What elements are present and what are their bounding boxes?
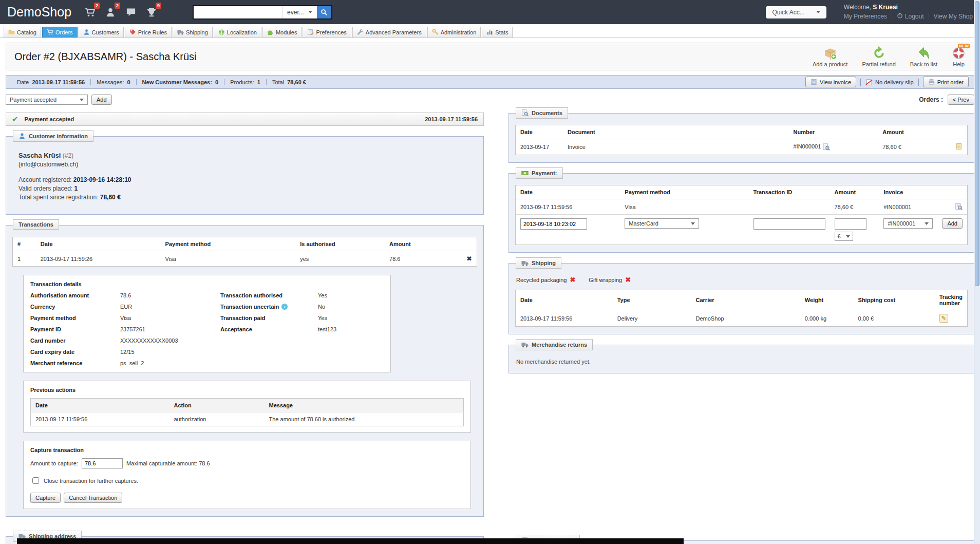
scrollbar-thumb[interactable] <box>975 1 979 286</box>
print-order-button[interactable]: Print order <box>923 77 969 87</box>
edit-document-icon[interactable] <box>955 143 963 150</box>
wrench-icon <box>357 29 364 35</box>
view-document-icon[interactable] <box>822 143 830 151</box>
tab-shipping[interactable]: Shipping <box>173 27 213 37</box>
previous-actions-box: Previous actions Date Action Message <box>23 381 471 433</box>
tab-advanced-parameters[interactable]: Advanced Parameters <box>352 27 426 37</box>
shop-logo[interactable]: DemoShop <box>7 5 71 20</box>
payment-method-select[interactable]: MasterCard <box>625 218 699 229</box>
tab-localization[interactable]: Localization <box>214 27 261 37</box>
divider <box>892 13 892 20</box>
customers-icon[interactable]: 2 <box>105 7 116 17</box>
help-button[interactable]: NEW Help <box>952 46 966 67</box>
view-invoice-button[interactable]: View invoice <box>805 77 856 87</box>
trophy-badge: 9 <box>156 3 161 9</box>
payment-row: 2013-09-17 11:59:56 Visa 78,60 € #IN0000… <box>516 199 967 215</box>
capture-amount-line: Amount to capture: Maximal capturable am… <box>30 458 464 468</box>
divider <box>929 13 929 20</box>
customer-email[interactable]: (info@customweb.ch) <box>18 160 471 169</box>
capture-transaction-title: Capture transaction <box>30 447 464 453</box>
capture-buttons: Capture Cancel Transaction <box>30 493 464 503</box>
orders-pagination: Orders : < Prev <box>508 93 974 106</box>
transaction-id-input[interactable] <box>753 218 825 230</box>
payment-panel: Payment: Date Payment method Transaction… <box>508 173 974 253</box>
add-product-button[interactable]: Add a product <box>813 46 848 67</box>
close-icon[interactable]: ✖ <box>466 255 472 262</box>
tab-preferences[interactable]: Preferences <box>303 27 351 37</box>
customer-name[interactable]: Sascha Krüsi <box>18 152 61 159</box>
quick-access-select[interactable]: Quick Acc... <box>766 6 826 18</box>
documents-legend: Documents <box>516 107 568 119</box>
close-transaction-checkbox[interactable] <box>32 477 39 484</box>
tx-amount: 78.6 <box>385 251 446 267</box>
prev-order-button[interactable]: < Prev <box>948 95 974 105</box>
folder-icon <box>8 29 15 35</box>
previous-actions-table: Date Action Message 2013-09-17 11:59:56 … <box>30 398 464 426</box>
cross-icon: ✖ <box>625 276 631 284</box>
tab-catalog[interactable]: Catalog <box>4 27 41 37</box>
logout-link[interactable]: Logout <box>897 12 924 21</box>
view-payment-icon[interactable] <box>955 203 963 211</box>
payment-date-input[interactable] <box>520 218 587 230</box>
tx-authorised: yes <box>295 251 385 267</box>
edit-tracking-icon[interactable]: ✎ <box>939 314 948 323</box>
order-new-messages: New Customer Messages: 0 <box>136 79 224 85</box>
tab-modules[interactable]: Modules <box>262 27 302 37</box>
page-scrollbar[interactable] <box>974 0 980 544</box>
search-input[interactable] <box>194 6 282 18</box>
tab-stats[interactable]: Stats <box>482 27 513 37</box>
add-payment-button[interactable]: Add <box>942 218 963 229</box>
search-icon <box>321 9 328 16</box>
view-my-shop-link[interactable]: View My Shop <box>934 13 973 21</box>
background-window-strip <box>17 538 684 544</box>
shipping-row: 2013-09-17 11:59:56 Delivery DemoShop 0.… <box>516 310 967 327</box>
cart-icon[interactable]: 2 <box>85 7 95 17</box>
back-to-list-button[interactable]: Back to list <box>910 46 937 67</box>
lifering-icon <box>952 46 966 60</box>
tab-price-rules[interactable]: Price Rules <box>125 27 172 37</box>
capture-transaction-box: Capture transaction Amount to capture: M… <box>23 441 471 509</box>
search-button[interactable] <box>317 6 331 18</box>
tab-administration[interactable]: Administration <box>427 27 481 37</box>
order-products-count: Products: 1 <box>224 79 266 85</box>
payment-legend: Payment: <box>516 167 563 179</box>
payment-amount-input[interactable] <box>835 218 866 230</box>
previous-actions-title: Previous actions <box>30 387 464 393</box>
payment-table-box: Date Payment method Transaction ID Amoun… <box>515 185 968 245</box>
tab-customers[interactable]: Customers <box>79 27 124 37</box>
currency-select[interactable]: € <box>835 232 853 241</box>
tag-icon <box>129 29 136 35</box>
welcome-text: Welcome, S Kruesi <box>844 4 973 11</box>
cancel-transaction-button[interactable]: Cancel Transaction <box>64 493 122 503</box>
invoice-icon <box>811 79 817 85</box>
messages-icon[interactable] <box>126 7 136 17</box>
capture-amount-input[interactable] <box>82 458 123 468</box>
payment-invoice-select[interactable]: #IN000001 <box>883 218 933 229</box>
chevron-down-icon <box>691 222 695 225</box>
trophy-icon[interactable]: 9 <box>146 7 157 17</box>
left-column: Payment accepted Add ✔ Payment accepted … <box>6 93 484 544</box>
tab-orders[interactable]: Orders <box>42 27 78 37</box>
search-scope-select[interactable]: ever... <box>282 6 317 18</box>
quick-access-label: Quick Acc... <box>772 9 804 16</box>
cart-badge: 2 <box>94 3 100 9</box>
capture-button[interactable]: Capture <box>30 493 61 503</box>
info-icon[interactable]: i <box>281 304 288 310</box>
my-preferences-link[interactable]: My Preferences <box>844 13 887 21</box>
customer-information-legend: Customer information <box>13 130 93 142</box>
no-slip-icon <box>865 79 873 86</box>
document-row: 2013-09-17 Invoice #IN000001 78,60 € <box>516 139 967 155</box>
search-bar: ever... <box>193 5 332 20</box>
truck-icon <box>177 29 184 35</box>
money-icon <box>521 170 529 177</box>
partial-refund-button[interactable]: Partial refund <box>862 46 895 67</box>
order-status-select[interactable]: Payment accepted <box>6 95 88 105</box>
tx-method: Visa <box>161 251 296 267</box>
chevron-down-icon <box>846 235 850 238</box>
cross-icon: ✖ <box>570 276 575 284</box>
customers-badge: 2 <box>115 3 120 9</box>
documents-table-box: Date Document Number Amount 2013-09-17 <box>515 125 968 155</box>
info-bar-actions: View invoice No delivery slip Print orde… <box>805 77 969 87</box>
returns-empty-text: No merchandise returned yet. <box>515 357 968 366</box>
add-status-button[interactable]: Add <box>91 95 112 105</box>
